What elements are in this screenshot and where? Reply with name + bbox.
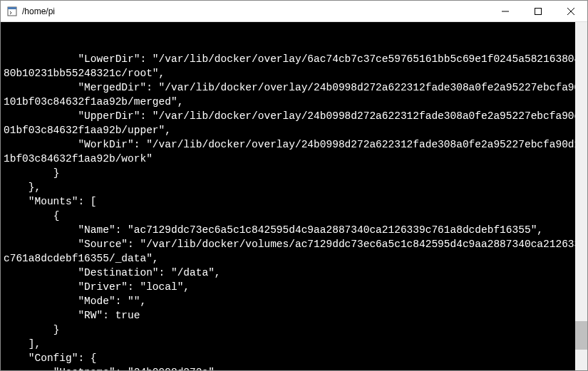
scrollbar-thumb[interactable] xyxy=(575,321,587,350)
terminal-window: /home/pi "LowerDir": "/var/lib/docker/ov… xyxy=(0,0,588,371)
maximize-button[interactable] xyxy=(522,1,555,21)
close-button[interactable] xyxy=(555,1,587,21)
app-icon xyxy=(6,6,18,17)
scrollbar[interactable] xyxy=(575,22,587,370)
svg-rect-3 xyxy=(535,8,542,14)
minimize-button[interactable] xyxy=(489,1,522,21)
terminal-text: "LowerDir": "/var/lib/docker/overlay/6ac… xyxy=(4,52,587,370)
window-title: /home/pi xyxy=(22,6,489,16)
window-controls xyxy=(489,1,587,21)
terminal-output[interactable]: "LowerDir": "/var/lib/docker/overlay/6ac… xyxy=(1,22,587,370)
titlebar[interactable]: /home/pi xyxy=(1,1,587,22)
svg-rect-1 xyxy=(8,7,16,9)
